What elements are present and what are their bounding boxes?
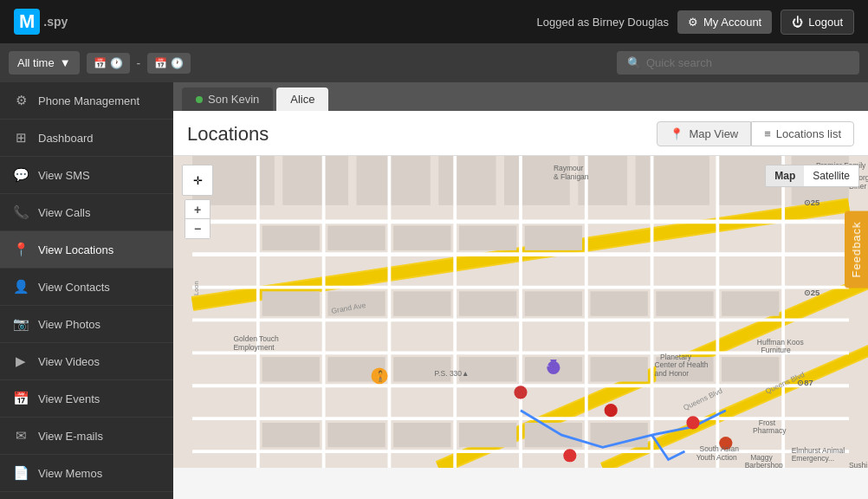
time-range-select[interactable]: All time ▼ <box>9 51 80 75</box>
power-icon: ⏻ <box>792 16 803 29</box>
svg-text:P.S. 330▲: P.S. 330▲ <box>435 369 470 378</box>
svg-text:South Asian: South Asian <box>700 444 740 453</box>
svg-text:Emergency...: Emergency... <box>792 454 835 463</box>
date-end-input[interactable]: 📅 🕐 <box>147 53 191 74</box>
map-view-toggle-button[interactable]: Map <box>766 165 804 186</box>
time-icon-end: 🕐 <box>171 57 184 69</box>
memos-icon: 📄 <box>12 464 29 482</box>
svg-rect-45 <box>722 291 779 315</box>
main-layout: ⚙ Phone Management ⊞ Dashboard 💬 View SM… <box>0 82 868 499</box>
tab-alice[interactable]: Alice <box>276 87 328 111</box>
svg-text:Maggy: Maggy <box>750 453 773 462</box>
svg-text:↓: ↓ <box>547 361 549 367</box>
compass-control[interactable]: ✛ <box>182 165 213 196</box>
sidebar-item-view-sms[interactable]: 💬 View SMS <box>0 157 173 194</box>
svg-rect-33 <box>262 226 320 250</box>
sidebar-item-view-contacts[interactable]: 👤 View Contacts <box>0 269 173 306</box>
sidebar: ⚙ Phone Management ⊞ Dashboard 💬 View SM… <box>0 82 173 499</box>
date-start-input[interactable]: 📅 🕐 <box>87 53 130 74</box>
tabs-bar: Son Kevin Alice <box>173 82 868 111</box>
sidebar-item-dashboard[interactable]: ⊞ Dashboard <box>0 120 173 157</box>
my-account-button[interactable]: ⚙ My Account <box>677 10 772 34</box>
sidebar-item-view-calls[interactable]: 📞 View Calls <box>0 194 173 231</box>
svg-rect-46 <box>262 357 320 381</box>
svg-rect-42 <box>525 291 582 315</box>
sidebar-item-view-videos[interactable]: ▶ View Videos <box>0 343 173 380</box>
svg-text:Golden Touch: Golden Touch <box>233 334 279 343</box>
svg-text:Furniture: Furniture <box>761 346 791 354</box>
locations-header: Locations 📍 Map View ≡ Locations list <box>173 111 868 156</box>
svg-rect-2 <box>282 156 348 205</box>
chevron-down-icon: ▼ <box>60 56 71 69</box>
map-controls: ✛ + − <box>182 165 213 239</box>
logged-as-label: Logged as Birney Douglas <box>537 16 670 29</box>
svg-rect-35 <box>262 291 320 315</box>
map-view-button[interactable]: 📍 Map View <box>657 121 751 146</box>
gear-icon: ⚙ <box>12 92 29 109</box>
sidebar-item-phone-management[interactable]: ⚙ Phone Management <box>0 82 173 120</box>
svg-rect-55 <box>327 423 385 447</box>
date-separator: - <box>137 56 141 70</box>
videos-icon: ▶ <box>12 353 29 370</box>
logout-button[interactable]: ⏻ Logout <box>781 10 854 35</box>
header: M .spy Logged as Birney Douglas ⚙ My Acc… <box>0 0 868 43</box>
svg-text:Center of Health: Center of Health <box>654 360 708 369</box>
svg-rect-56 <box>393 423 450 447</box>
svg-text:Frost: Frost <box>759 418 776 427</box>
map-container[interactable]: Grand Ave Queens Blvd Queens Blvd 53rd A… <box>173 156 868 468</box>
list-icon: ≡ <box>764 127 771 140</box>
zoom-controls: + − <box>185 199 211 239</box>
svg-text:Loon: Loon <box>192 281 200 295</box>
events-icon: 📅 <box>12 390 29 407</box>
logo: M .spy <box>14 9 68 35</box>
zoom-in-button[interactable]: + <box>185 200 210 219</box>
svg-rect-53 <box>722 357 779 381</box>
svg-rect-4 <box>438 156 496 205</box>
locations-list-button[interactable]: ≡ Locations list <box>751 121 854 146</box>
svg-text:Huffman Koos: Huffman Koos <box>757 338 804 347</box>
svg-text:Pharmacy: Pharmacy <box>753 426 787 435</box>
svg-rect-38 <box>459 226 516 250</box>
sms-icon: 💬 <box>12 166 29 184</box>
tab-dot <box>196 96 203 103</box>
svg-rect-58 <box>525 423 582 447</box>
page-content: Locations 📍 Map View ≡ Locations list <box>173 111 868 499</box>
view-buttons-group: 📍 Map View ≡ Locations list <box>657 121 854 146</box>
svg-rect-39 <box>525 226 582 250</box>
map-svg: Grand Ave Queens Blvd Queens Blvd 53rd A… <box>173 156 868 468</box>
sidebar-item-view-photos[interactable]: 📷 View Photos <box>0 306 173 343</box>
feedback-tab[interactable]: Feedback <box>845 211 868 288</box>
quick-search-container[interactable]: 🔍 <box>617 51 859 75</box>
sidebar-item-view-memos[interactable]: 📄 View Memos <box>0 455 173 492</box>
svg-rect-37 <box>393 226 450 250</box>
zoom-out-button[interactable]: − <box>185 219 210 238</box>
sidebar-item-view-emails[interactable]: ✉ View E-mails <box>0 418 173 455</box>
calls-icon: 📞 <box>12 204 29 221</box>
svg-rect-41 <box>459 291 516 315</box>
satellite-view-toggle-button[interactable]: Satellite <box>804 165 858 186</box>
svg-text:Sushi Islan...: Sushi Islan... <box>849 461 868 468</box>
tab-son-kevin[interactable]: Son Kevin <box>182 87 273 111</box>
svg-text:Youth Action: Youth Action <box>696 453 737 462</box>
quick-search-input[interactable] <box>646 56 849 69</box>
sidebar-item-view-events[interactable]: 📅 View Events <box>0 380 173 418</box>
svg-rect-44 <box>656 291 713 315</box>
svg-rect-3 <box>357 156 431 205</box>
svg-rect-57 <box>459 423 516 447</box>
svg-rect-34 <box>327 226 385 250</box>
pin-icon: 📍 <box>670 127 683 140</box>
svg-text:Raymour: Raymour <box>554 164 584 172</box>
logo-spy: .spy <box>43 15 68 29</box>
photos-icon: 📷 <box>12 315 29 333</box>
locations-icon: 📍 <box>12 241 29 258</box>
svg-text:⊙25: ⊙25 <box>804 288 820 297</box>
svg-text:Barbershop: Barbershop <box>745 461 783 468</box>
svg-rect-54 <box>262 423 320 447</box>
logo-m: M <box>14 9 40 35</box>
sidebar-item-view-locations[interactable]: 📍 View Locations <box>0 231 173 269</box>
svg-text:⊙87: ⊙87 <box>797 378 813 387</box>
contacts-icon: 👤 <box>12 278 29 295</box>
svg-text:Elmhurst Animal: Elmhurst Animal <box>792 446 845 455</box>
svg-text:⊙25: ⊙25 <box>804 198 820 207</box>
svg-rect-51 <box>591 357 648 381</box>
